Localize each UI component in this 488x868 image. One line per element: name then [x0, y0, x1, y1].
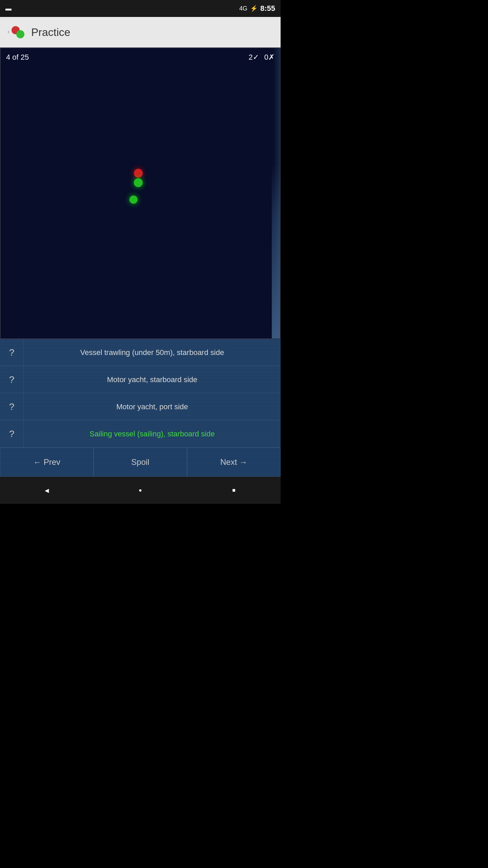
nav-buttons: ← Prev Spoil Next →: [0, 448, 281, 477]
system-nav: ◀ ● ■: [0, 477, 281, 504]
signal-icon: 4G: [239, 5, 247, 12]
answer-hint-2: ?: [0, 393, 24, 420]
svg-point-3: [134, 169, 143, 178]
home-button[interactable]: ●: [134, 484, 147, 497]
answer-text-2: Motor yacht, port side: [24, 402, 281, 411]
status-bar: ▬ 4G ⚡ 8:55: [0, 0, 281, 17]
score-area: 2✓ 0✗: [249, 53, 275, 62]
back-button[interactable]: ◀: [40, 484, 54, 497]
notification-icon: ▬: [5, 5, 12, 12]
svg-point-5: [129, 196, 138, 204]
svg-text:‹: ‹: [7, 28, 9, 35]
answer-section: ? Vessel trawling (under 50m), starboard…: [0, 339, 281, 477]
app-logo: ‹: [7, 23, 26, 42]
spoil-button[interactable]: Spoil: [94, 448, 187, 477]
answer-hint-0: ?: [0, 339, 24, 366]
correct-score: 2✓: [249, 53, 259, 62]
answer-option-2[interactable]: ? Motor yacht, port side: [0, 393, 281, 420]
battery-icon: ⚡: [250, 5, 258, 12]
navigation-lights: [118, 160, 159, 214]
answer-text-0: Vessel trawling (under 50m), starboard s…: [24, 348, 281, 357]
answer-hint-1: ?: [0, 366, 24, 393]
recents-button[interactable]: ■: [227, 484, 241, 497]
svg-point-4: [134, 178, 143, 187]
app-title: Practice: [31, 26, 70, 39]
next-button[interactable]: Next →: [187, 448, 281, 477]
status-time: 8:55: [260, 4, 275, 13]
question-counter: 4 of 25: [6, 53, 29, 62]
answer-text-1: Motor yacht, starboard side: [24, 375, 281, 384]
app-bar: ‹ Practice: [0, 17, 281, 47]
answer-text-3: Sailing vessel (sailing), starboard side: [24, 430, 281, 438]
answer-hint-3: ?: [0, 420, 24, 447]
answer-option-1[interactable]: ? Motor yacht, starboard side: [0, 366, 281, 393]
answer-option-3[interactable]: ? Sailing vessel (sailing), starboard si…: [0, 420, 281, 448]
question-area: 4 of 25 2✓ 0✗: [0, 47, 281, 339]
answer-option-0[interactable]: ? Vessel trawling (under 50m), starboard…: [0, 339, 281, 366]
wrong-score: 0✗: [264, 53, 274, 62]
svg-point-2: [16, 30, 24, 38]
prev-button[interactable]: ← Prev: [0, 448, 94, 477]
